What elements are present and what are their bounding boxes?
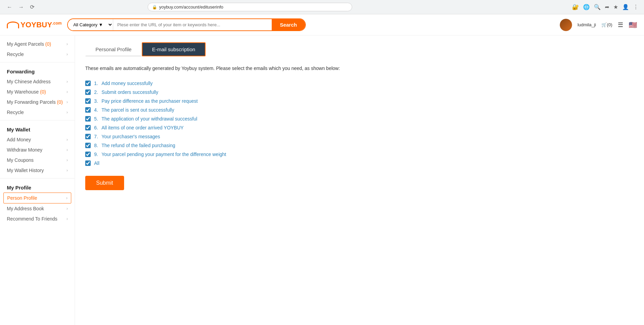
subscription-checkbox-item: 2.Submit orders successfully xyxy=(85,88,634,97)
search-input[interactable] xyxy=(113,19,272,30)
sidebar-item-recycle-agent[interactable]: Recycle › xyxy=(0,49,75,59)
chevron-right-icon: › xyxy=(66,89,68,94)
zoom-icon: 🔍 xyxy=(594,4,601,10)
subscription-checkbox-item: 7.Your purchaser's messages xyxy=(85,132,634,141)
reload-button[interactable]: ⟳ xyxy=(29,2,36,12)
checkbox-4[interactable] xyxy=(85,116,91,122)
checkbox-0[interactable] xyxy=(85,81,91,86)
chevron-right-icon: › xyxy=(66,158,68,162)
subscription-description: These emails are automatically generated… xyxy=(85,65,634,72)
tabs-container: Personal Profile E-mail subscription xyxy=(85,42,634,56)
chevron-right-icon: › xyxy=(66,42,68,46)
profile-section-title: My Profile xyxy=(0,181,75,193)
subscription-checkbox-item: 3.Pay price difference as the purchaser … xyxy=(85,97,634,105)
more-icon: ⋮ xyxy=(633,4,639,10)
sidebar-item-add-money[interactable]: Add Money › xyxy=(0,135,75,145)
chevron-right-icon: › xyxy=(66,52,68,57)
checkbox-2[interactable] xyxy=(85,98,91,104)
search-button[interactable]: Search xyxy=(272,19,305,30)
bookmark-icon: ★ xyxy=(613,4,618,10)
username: ludmila_ji xyxy=(578,22,596,27)
checkbox-6[interactable] xyxy=(85,134,91,139)
chevron-right-icon: › xyxy=(66,216,68,221)
sidebar-divider-2 xyxy=(0,120,75,121)
browser-chrome: ← → ⟳ 🔒 yoybuy.com/account/edituserinfo … xyxy=(0,0,644,14)
sidebar-item-coupons[interactable]: My Coupons › xyxy=(0,155,75,165)
subscription-checkbox-item: 1.Add money successfully xyxy=(85,79,634,88)
sidebar-section-forwarding: Forwarding My Chinese Address › My Wareh… xyxy=(0,65,75,117)
lock-icon: 🔒 xyxy=(152,5,157,10)
sidebar-item-person-profile[interactable]: Person Profile › xyxy=(3,193,71,203)
site-header: YOYBUY.com All Category ▼ Search ludmila… xyxy=(0,14,644,36)
chevron-right-icon: › xyxy=(66,100,68,104)
sidebar-section-wallet: My Wallet Add Money › Withdraw Money › M… xyxy=(0,123,75,175)
sidebar-item-agent-parcels[interactable]: My Agent Parcels (0) › xyxy=(0,39,75,49)
avatar-image xyxy=(560,19,572,31)
language-flag[interactable]: 🇺🇸 xyxy=(629,21,637,29)
header-right: ludmila_ji 🛒(0) ☰ 🇺🇸 xyxy=(560,19,637,31)
sidebar-item-recycle-forwarding[interactable]: Recycle › xyxy=(0,107,75,117)
chevron-right-icon: › xyxy=(66,110,68,115)
subscription-checkbox-list: 1.Add money successfully2.Submit orders … xyxy=(85,79,634,168)
subscription-checkbox-item: 9.Your parcel pending your payment for t… xyxy=(85,150,634,159)
wallet-section-title: My Wallet xyxy=(0,123,75,135)
subscription-checkbox-item: 5.The application of your withdrawal suc… xyxy=(85,114,634,123)
subscription-checkbox-item: All xyxy=(85,159,634,168)
back-button[interactable]: ← xyxy=(5,3,14,12)
subscription-checkbox-item: 8.The refund of the failed purchasing xyxy=(85,141,634,150)
sidebar-section-profile: My Profile Person Profile › My Address B… xyxy=(0,181,75,224)
browser-tools: 🔐 🌐 🔍 ➦ ★ 👤 ⋮ xyxy=(572,4,639,10)
search-bar: All Category ▼ Search xyxy=(67,18,306,31)
sidebar-item-wallet-history[interactable]: My Wallet History › xyxy=(0,165,75,175)
tab-personal-profile[interactable]: Personal Profile xyxy=(85,42,142,56)
hamburger-menu-icon[interactable]: ☰ xyxy=(618,21,623,29)
chevron-right-icon: › xyxy=(66,147,68,152)
sidebar-divider-3 xyxy=(0,178,75,179)
checkbox-1[interactable] xyxy=(85,89,91,95)
checkbox-5[interactable] xyxy=(85,125,91,130)
checkbox-9[interactable] xyxy=(85,160,91,166)
share-icon: ➦ xyxy=(605,4,609,10)
logo[interactable]: YOYBUY.com xyxy=(7,20,62,29)
logo-text: YOYBUY.com xyxy=(20,20,62,29)
translate-icon: 🌐 xyxy=(583,4,590,10)
sidebar-item-forwarding-parcels[interactable]: My Forwarding Parcels (0) › xyxy=(0,97,75,107)
sidebar-item-address-book[interactable]: My Address Book › xyxy=(0,203,75,214)
chevron-right-icon: › xyxy=(66,168,68,173)
subscription-checkbox-item: 4.The parcel is sent out successfully xyxy=(85,105,634,114)
submit-button[interactable]: Submit xyxy=(85,176,124,190)
forward-button[interactable]: → xyxy=(17,3,25,12)
sidebar: My Agent Parcels (0) › Recycle › Forward… xyxy=(0,36,75,325)
chevron-right-icon: › xyxy=(66,196,68,200)
key-icon: 🔐 xyxy=(572,4,579,10)
cart-icon[interactable]: 🛒(0) xyxy=(601,22,612,27)
sidebar-item-chinese-address[interactable]: My Chinese Address › xyxy=(0,76,75,87)
sidebar-item-withdraw-money[interactable]: Withdraw Money › xyxy=(0,145,75,155)
url-text: yoybuy.com/account/edituserinfo xyxy=(159,4,223,10)
sidebar-divider xyxy=(0,62,75,62)
sidebar-item-warehouse[interactable]: My Warehouse (0) › xyxy=(0,87,75,97)
checkbox-8[interactable] xyxy=(85,152,91,157)
category-select[interactable]: All Category ▼ xyxy=(68,19,113,30)
forwarding-section-title: Forwarding xyxy=(0,65,75,76)
subscription-checkbox-item: 6.All items of one order arrived YOYBUY xyxy=(85,123,634,132)
page-layout: My Agent Parcels (0) › Recycle › Forward… xyxy=(0,36,644,325)
profile-icon: 👤 xyxy=(622,4,629,10)
checkbox-3[interactable] xyxy=(85,107,91,113)
tab-email-subscription[interactable]: E-mail subscription xyxy=(142,42,206,56)
checkbox-7[interactable] xyxy=(85,143,91,148)
main-content: Personal Profile E-mail subscription The… xyxy=(75,36,644,325)
address-bar[interactable]: 🔒 yoybuy.com/account/edituserinfo xyxy=(148,3,352,11)
avatar xyxy=(560,19,572,31)
logo-arc xyxy=(7,22,19,28)
sidebar-item-recommend[interactable]: Recommend To Friends › xyxy=(0,214,75,224)
chevron-right-icon: › xyxy=(66,137,68,142)
sidebar-section-agent: My Agent Parcels (0) › Recycle › xyxy=(0,39,75,59)
chevron-right-icon: › xyxy=(66,79,68,84)
chevron-right-icon: › xyxy=(66,206,68,211)
